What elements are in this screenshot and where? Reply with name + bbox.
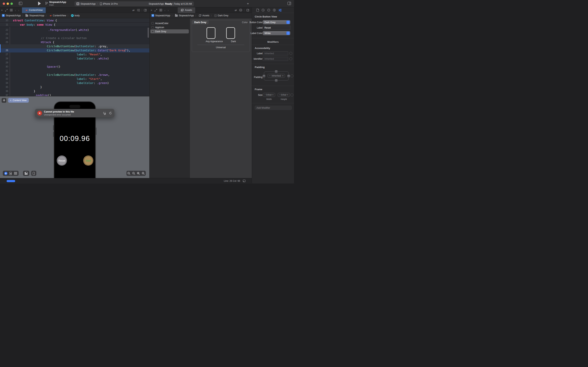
- asset-item-appicon[interactable]: AppIcon: [150, 25, 189, 29]
- editor-jump-bar[interactable]: A StopwatchApp〉 StopwatchApp〉 ContentVie…: [0, 13, 149, 18]
- acc-identifier-radio[interactable]: [289, 57, 292, 60]
- add-modifier-field[interactable]: Add Modifier: [255, 106, 292, 110]
- zoom-fit-icon[interactable]: [137, 172, 140, 175]
- preview-start-button[interactable]: Start: [83, 156, 93, 166]
- line-number: 34: [0, 81, 8, 85]
- code-line-11[interactable]: 11var body: some View {: [0, 23, 149, 27]
- environment-overrides[interactable]: [23, 171, 29, 176]
- code-line[interactable]: CircleButtonView(buttonColor: .gray,: [0, 44, 149, 48]
- asset-item-accentcolor[interactable]: AccentColor: [150, 21, 189, 25]
- code-line-33[interactable]: 33label: "Start",: [0, 77, 149, 81]
- assets-jump-bar[interactable]: A StopwatchApp〉 StopwatchApp〉 Assets〉 Da…: [150, 13, 252, 18]
- acc-label-radio[interactable]: [289, 52, 292, 55]
- code-review-icon[interactable]: ⇄: [131, 9, 136, 12]
- tab-assets[interactable]: Assets: [178, 7, 195, 13]
- content-view-pill[interactable]: ✳ Content View: [8, 98, 29, 103]
- code-line-37[interactable]: 37.padding(): [0, 93, 149, 96]
- pin-preview-button[interactable]: [1, 98, 6, 103]
- code-line-31[interactable]: 31: [0, 69, 149, 73]
- add-editor-icon[interactable]: [245, 9, 250, 11]
- scheme-app[interactable]: StopwatchApp: [81, 2, 95, 5]
- padding-stepper[interactable]: −Inherited+: [268, 74, 285, 78]
- project-title[interactable]: StopwatchApp: [49, 0, 66, 4]
- selectable-mode-icon[interactable]: [9, 172, 12, 175]
- add-tab-button[interactable]: +: [247, 2, 249, 6]
- code-line-30[interactable]: 30Spacer(): [0, 65, 149, 69]
- code-line-35[interactable]: 35}: [0, 85, 149, 89]
- accessibility-inspector-icon[interactable]: [273, 8, 276, 12]
- code-line-25[interactable]: 25HStack {: [0, 40, 149, 44]
- dark-swatch[interactable]: [226, 27, 235, 39]
- code-line-27[interactable]: 27label: "Reset",: [0, 52, 149, 57]
- grid-view-icon[interactable]: [9, 9, 14, 11]
- left-sidebar-toggle-icon[interactable]: [19, 2, 22, 5]
- device-settings[interactable]: [31, 171, 36, 176]
- retry-icon[interactable]: [109, 112, 112, 115]
- code-line-34[interactable]: 34labelColor: .green): [0, 81, 149, 85]
- run-button[interactable]: [38, 1, 41, 5]
- diagnostics-icon[interactable]: [103, 112, 106, 115]
- width-stepper[interactable]: −Inher+: [263, 93, 275, 97]
- code-line-26[interactable]: 26CircleButtonView(buttonColor: Color("D…: [0, 48, 149, 52]
- acc-identifier-field[interactable]: Inherited: [263, 57, 288, 61]
- code-line-32[interactable]: 32CircleButtonView(buttonColor: .brown,: [0, 73, 149, 77]
- forward-icon[interactable]: ›: [167, 8, 170, 12]
- zoom-in-icon[interactable]: [142, 172, 145, 175]
- color-set-card[interactable]: Dark Grey Color Any Appearance Dark Univ…: [192, 20, 250, 52]
- button-color-popup[interactable]: Dark Grey ▴▾: [263, 20, 290, 24]
- device-status-icon[interactable]: [243, 179, 246, 182]
- quick-help-inspector-icon[interactable]: ?: [267, 8, 270, 12]
- height-stepper[interactable]: −Inher+: [278, 93, 290, 97]
- code-line-22[interactable]: 22.foregroundColor(.white): [0, 28, 149, 32]
- code-editor[interactable]: 10struct ContentView: View {11var body: …: [0, 18, 149, 96]
- editor-scrollbar[interactable]: [148, 28, 149, 38]
- label-field[interactable]: Reset: [263, 26, 290, 30]
- back-icon[interactable]: ‹: [14, 8, 17, 12]
- code-line-24[interactable]: 24// Create a circular button: [0, 36, 149, 40]
- label-color-popup[interactable]: White ▴▾: [263, 31, 290, 35]
- zoom-traffic-light[interactable]: [10, 2, 13, 5]
- padding-bottom-handle[interactable]: [275, 79, 277, 82]
- padding-right-handle[interactable]: [287, 75, 290, 77]
- padding-left-handle[interactable]: [263, 75, 265, 77]
- attributes-inspector-icon[interactable]: [278, 9, 282, 12]
- editor-options-icon[interactable]: [136, 9, 141, 11]
- more-options-icon[interactable]: [238, 8, 244, 12]
- padding-radio[interactable]: [291, 75, 294, 77]
- minimize-traffic-light[interactable]: [7, 2, 9, 5]
- line-col-indicator[interactable]: Line: 26 Col: 66: [224, 180, 240, 182]
- file-inspector-icon[interactable]: [256, 8, 259, 12]
- code-line-10[interactable]: 10struct ContentView: View {: [0, 18, 149, 23]
- padding-top-handle[interactable]: [275, 70, 277, 73]
- preview-reset-button[interactable]: Reset: [57, 156, 67, 166]
- size-radio[interactable]: [291, 93, 294, 96]
- acc-label-field[interactable]: Inherited: [263, 51, 288, 55]
- tab-contentview[interactable]: ContentView: [22, 7, 46, 13]
- scheme-selector[interactable]: A StopwatchApp 〉 iPhone 14 Pro Stopwatch…: [75, 1, 194, 6]
- grid-view-icon[interactable]: [158, 9, 163, 11]
- close-editor-icon[interactable]: ×: [150, 9, 153, 12]
- variants-grid-icon[interactable]: [14, 172, 17, 175]
- line-number: 22: [0, 28, 8, 32]
- add-editor-icon[interactable]: [143, 9, 148, 11]
- close-editor-icon[interactable]: ×: [0, 9, 4, 12]
- expand-editor-icon[interactable]: [4, 9, 9, 11]
- branch-name[interactable]: main: [49, 4, 66, 6]
- expand-editor-icon[interactable]: [153, 9, 158, 11]
- code-line-29[interactable]: 29: [0, 61, 149, 65]
- back-icon[interactable]: ‹: [163, 8, 167, 12]
- zoom-out-icon[interactable]: [127, 172, 130, 175]
- history-inspector-icon[interactable]: [261, 8, 265, 12]
- code-line-36[interactable]: 36}: [0, 89, 149, 93]
- scheme-device[interactable]: iPhone 14 Pro: [103, 2, 118, 5]
- code-line-23[interactable]: 23: [0, 32, 149, 36]
- code-review-icon[interactable]: ⇄: [234, 9, 238, 12]
- any-appearance-swatch[interactable]: [207, 27, 215, 39]
- close-traffic-light[interactable]: [3, 2, 5, 5]
- forward-icon[interactable]: ›: [17, 8, 20, 12]
- right-sidebar-toggle-icon[interactable]: [287, 2, 291, 5]
- zoom-100-icon[interactable]: 1: [132, 172, 135, 175]
- live-preview-button[interactable]: [4, 172, 7, 175]
- asset-item-dark-grey[interactable]: Dark Grey: [150, 29, 189, 33]
- code-line-28[interactable]: 28labelColor: .white): [0, 57, 149, 61]
